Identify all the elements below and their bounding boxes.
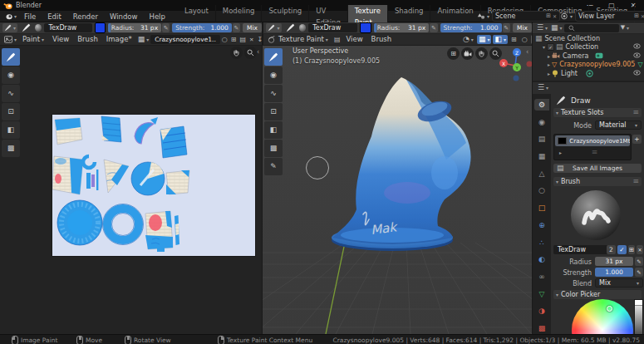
strength-animate-icon[interactable]: ✎ (503, 23, 510, 32)
viewport-mode-dropdown[interactable]: Texture Paint▾ (277, 34, 332, 45)
strength-slider[interactable]: 1.000 (595, 268, 633, 277)
brush-name-field[interactable]: TexDraw (44, 23, 91, 32)
viewport-tool-dropdown[interactable]: ▾ (266, 23, 282, 32)
menu-render[interactable]: Render (67, 11, 104, 22)
radius-slider[interactable]: Radius: 31 px (374, 23, 429, 32)
view-layer-field[interactable]: View Layer ⊞ ✕ (575, 11, 644, 22)
mode-dropdown[interactable]: Material▾ (595, 120, 642, 130)
radius-slider[interactable]: Radius: 31 px (108, 23, 161, 32)
light-expand-icon[interactable]: ▸ (548, 71, 550, 76)
menu-window[interactable]: Window (104, 11, 144, 22)
image-new-icon[interactable]: ⊞ (229, 36, 238, 43)
tab-physics[interactable]: ◐ (534, 253, 549, 265)
viewport-brush-menu[interactable]: Brush (367, 34, 396, 45)
outliner-row-mesh[interactable]: ▸ ▽ Crazysnoopylove9.005 ▽ (533, 61, 644, 70)
image-close-icon[interactable]: ✕ (248, 37, 255, 43)
tool-draw-button[interactable] (264, 48, 283, 66)
tool-soften-button[interactable]: ◉ (264, 66, 283, 84)
ortho-grid-icon[interactable]: ⊞ (447, 47, 460, 60)
value-slider-handle[interactable] (635, 300, 642, 306)
collection-expand-icon[interactable]: ▾ (543, 44, 545, 50)
tool-fill-button[interactable]: ◧ (2, 121, 20, 139)
blend-mode-button[interactable]: Mix (513, 23, 532, 32)
menu-edit[interactable]: Edit (42, 11, 66, 22)
radius-animate-icon[interactable]: ✎ (430, 23, 437, 32)
radius-animate-icon[interactable]: ✎ (635, 257, 643, 266)
eye-icon[interactable] (633, 70, 641, 77)
brush-panel-header[interactable]: ▾ Brush ≡ (553, 177, 642, 186)
tool-mask-button[interactable]: ▩ (264, 140, 283, 157)
xray-toggle-icon[interactable]: ⊞ (509, 36, 519, 43)
outliner-row-camera[interactable]: ▸ Camera (533, 52, 644, 61)
image-view-menu[interactable]: View (48, 34, 73, 45)
strength-slider[interactable]: Strength: 1.000 (440, 23, 502, 32)
outliner-row-light[interactable]: ▸ Light (533, 69, 644, 78)
tab-view-layer[interactable]: ▦ (534, 150, 549, 162)
delete-scene-icon[interactable]: ✕ (553, 14, 557, 19)
color-wheel-cursor[interactable] (607, 306, 612, 312)
new-scene-icon[interactable]: ⊞ (546, 13, 551, 19)
tool-smear-button[interactable]: ∿ (264, 85, 283, 102)
falloff-dropdown[interactable]: ◔▾ (461, 36, 475, 43)
fake-user-shield-icon[interactable]: ✓ (617, 245, 627, 254)
mesh-expand-icon[interactable]: ▸ (548, 61, 550, 67)
texture-mask-dropdown[interactable]: ▦▾ (477, 35, 492, 44)
slot-expand-icon[interactable]: ▸ (559, 150, 562, 155)
outliner-row-scene-collection[interactable]: ▦ Scene Collection (533, 34, 644, 43)
image-image-menu[interactable]: Image* (102, 34, 136, 45)
radius-animate-icon[interactable]: ✎ (162, 23, 170, 32)
image-pan-hand-icon[interactable] (230, 47, 243, 59)
tool-draw-button[interactable] (2, 48, 20, 66)
image-browse-icon[interactable]: ▦▾ (136, 36, 151, 43)
outliner-search-input[interactable] (564, 24, 619, 32)
delete-view-layer-icon[interactable]: ✕ (641, 14, 644, 19)
brush-preview-sphere-icon[interactable] (299, 24, 306, 32)
image-editor-type-icon[interactable]: ▾ (2, 36, 18, 43)
shading-wireframe-button[interactable]: ○ (520, 36, 529, 43)
tool-clone-button[interactable]: ⊡ (264, 103, 283, 120)
camera-view-icon[interactable] (461, 47, 474, 60)
viewport-region[interactable]: ◉ ∿ ⊡ ◧ ▩ ✎ User Perspective (1) Crazysn… (263, 46, 532, 334)
blend-mode-button[interactable]: Mix (243, 23, 262, 32)
add-texture-slot-button[interactable]: + (632, 135, 642, 144)
properties-editor-type-icon[interactable]: ☰▾ (536, 84, 550, 91)
brush-user-count[interactable]: 2 (607, 245, 616, 254)
strength-animate-icon[interactable]: ✎ (233, 23, 240, 32)
image-brush-menu[interactable]: Brush (73, 34, 102, 45)
blender-menu-icon[interactable]: ▾ (2, 12, 18, 20)
texture-slot-item-selected[interactable]: Crazysnoopylove1Mtl Base .. (555, 135, 630, 146)
blend-dropdown[interactable]: Mix▾ (595, 278, 643, 287)
camera-expand-icon[interactable]: ▸ (548, 53, 550, 59)
save-all-images-button[interactable]: ▤ Save All Images (553, 164, 642, 173)
viewport-view-menu[interactable]: View (342, 34, 366, 45)
tab-constraints[interactable]: ∞ (534, 271, 549, 283)
tab-scene[interactable]: △ (534, 168, 549, 179)
color-wheel[interactable] (572, 299, 633, 334)
image-tool-dropdown[interactable]: ▾ (2, 23, 17, 32)
stencil-dropdown[interactable]: ◧▾ (493, 35, 508, 44)
view-layer-icon[interactable]: ▾ (558, 12, 574, 20)
value-slider[interactable] (634, 299, 643, 334)
tool-fill-button[interactable]: ◧ (264, 121, 283, 139)
mode-data-icon[interactable]: ▤ (332, 36, 342, 43)
tab-object[interactable]: □ (534, 202, 549, 214)
tool-smear-button[interactable]: ∿ (2, 85, 20, 102)
tab-material[interactable]: ◑ (534, 306, 549, 317)
duplicate-brush-icon[interactable]: ⊞ (628, 245, 635, 254)
tab-object-data[interactable]: ▽ (534, 288, 549, 300)
radius-slider[interactable]: 31 px (595, 257, 633, 266)
image-datablock-field[interactable]: Crazysnoopylove1.. (150, 35, 220, 44)
eye-icon[interactable] (633, 43, 641, 51)
pan-hand-icon[interactable] (475, 47, 488, 60)
strength-animate-icon[interactable]: ✎ (635, 268, 643, 277)
tool-mask-button[interactable]: ▩ (2, 140, 20, 157)
tab-modifiers[interactable]: ⊕ (534, 219, 549, 231)
image-open-icon[interactable]: ▤ (238, 36, 248, 43)
color-picker-panel-header[interactable]: ▾ Color Picker (553, 290, 642, 299)
image-unlink-icon[interactable]: ○ (220, 36, 229, 43)
outliner-row-collection[interactable]: ▾ ✓ ▤ Collection (533, 43, 644, 52)
brush-preview-sphere-icon[interactable] (35, 24, 42, 32)
outliner-filter-id-dropdown[interactable]: ▦▾ (549, 24, 564, 32)
brush-color-swatch[interactable] (95, 22, 106, 33)
tab-texture[interactable]: ▩ (534, 322, 549, 334)
